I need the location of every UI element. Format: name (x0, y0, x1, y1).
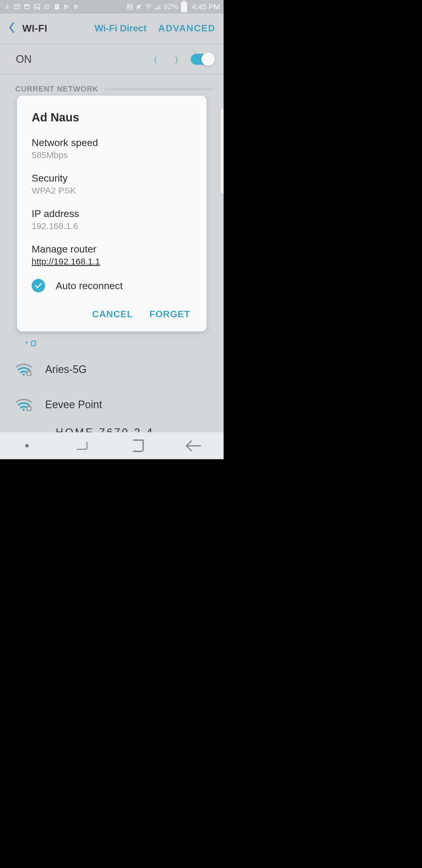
security-label: Security (32, 173, 192, 184)
status-bar: S 9 (0, 0, 224, 13)
network-ssid: Aries-5G (45, 363, 87, 376)
wifi-secure-icon (15, 362, 33, 377)
android-nav-bar (0, 432, 224, 459)
status-clock: 4:45 PM (192, 2, 220, 11)
wifi-secure-icon (15, 397, 33, 412)
ip-value: 192.168.1.6 (32, 221, 192, 231)
svg-rect-11 (157, 7, 157, 9)
play-check-icon (63, 3, 70, 10)
auto-reconnect-checkbox[interactable] (32, 279, 45, 292)
svg-rect-17 (31, 341, 35, 346)
dialog-title: Ad Naus (32, 111, 192, 124)
section-current-network: CURRENT NETWORK (15, 85, 213, 94)
cancel-button[interactable]: CANCEL (92, 309, 133, 320)
nav-indicator-dot (25, 444, 29, 447)
forget-button[interactable]: FORGET (150, 309, 190, 320)
wifi-direct-button[interactable]: Wi-Fi Direct (95, 23, 147, 34)
svg-rect-2 (25, 6, 29, 8)
network-details-dialog: Ad Naus Network speed 585Mbps Security W… (17, 96, 206, 331)
svg-rect-15 (183, 1, 186, 2)
wifi-status-icon (145, 3, 152, 10)
mail-icon (13, 3, 21, 10)
battery-percentage: 92% (164, 3, 178, 11)
do-not-disturb-icon (43, 3, 51, 10)
wifi-master-toggle-row: ON ( ) (0, 45, 224, 73)
page-title: WI-FI (22, 23, 47, 34)
section-label-text: CURRENT NETWORK (15, 85, 98, 94)
signal-icon (155, 3, 161, 10)
svg-rect-21 (27, 407, 31, 410)
svg-rect-12 (158, 6, 159, 9)
wifi-on-label: ON (16, 53, 32, 65)
router-label: Manage router (32, 243, 192, 255)
network-item[interactable]: Aries-5G (15, 352, 213, 387)
svg-point-20 (23, 409, 25, 411)
security-value: WPA2 PSK (32, 186, 192, 195)
ip-label: IP address (32, 208, 192, 219)
connected-network-icon (25, 340, 37, 347)
scrollbar-handle[interactable] (221, 108, 224, 193)
app-header: WI-FI Wi-Fi Direct ADVANCED (0, 13, 224, 43)
svg-point-18 (23, 374, 25, 376)
calendar-icon (24, 3, 30, 10)
svg-rect-13 (159, 5, 160, 9)
divider (0, 43, 224, 44)
svg-rect-6 (55, 4, 59, 9)
receipt-icon (53, 3, 60, 10)
svg-point-9 (148, 8, 149, 9)
advanced-button[interactable]: ADVANCED (158, 23, 216, 34)
activity-indicator-icon: ( ) (154, 55, 186, 64)
speed-value: 585Mbps (32, 150, 192, 160)
mute-icon (136, 3, 143, 10)
svg-rect-19 (27, 372, 31, 375)
svg-rect-14 (181, 2, 187, 12)
auto-reconnect-label: Auto reconnect (56, 280, 123, 291)
play-check2-icon (73, 3, 80, 10)
network-ssid: Eevee Point (45, 399, 102, 411)
home-button[interactable] (130, 439, 147, 452)
nfc-icon (126, 3, 133, 10)
recents-button[interactable] (75, 439, 92, 452)
back-button[interactable] (8, 22, 22, 35)
network-item[interactable]: Eevee Point (15, 387, 213, 422)
battery-icon (181, 3, 188, 10)
back-nav-button[interactable] (184, 439, 202, 452)
svg-rect-10 (155, 8, 156, 9)
divider (0, 74, 224, 74)
wifi-toggle-switch[interactable] (191, 54, 214, 65)
s-badge-icon: S (3, 3, 10, 10)
router-link[interactable]: http://192.168.1.1 (32, 256, 192, 267)
svg-point-16 (26, 342, 28, 343)
speed-label: Network speed (32, 137, 192, 148)
picture-icon (33, 3, 40, 10)
available-networks-list: Aries-5G Eevee Point (15, 352, 213, 422)
